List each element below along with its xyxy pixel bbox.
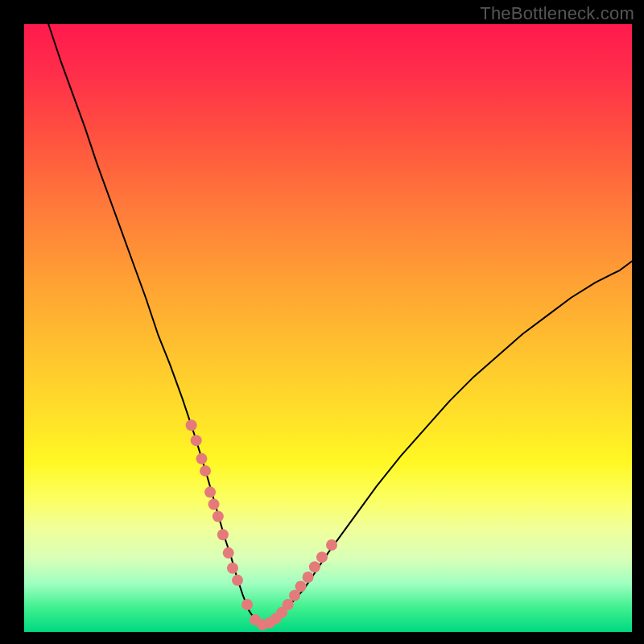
data-point (217, 529, 229, 540)
data-point (232, 575, 243, 586)
data-point (309, 561, 320, 572)
data-point (303, 572, 314, 583)
data-point (186, 419, 197, 431)
data-point (283, 599, 294, 610)
data-point (204, 486, 216, 497)
chart-frame: TheBottleneck.com (0, 0, 644, 644)
watermark-text: TheBottleneck.com (480, 3, 634, 24)
data-point (242, 599, 253, 610)
data-point (213, 511, 224, 522)
dot-series (186, 419, 337, 630)
data-point (227, 563, 238, 574)
data-point (326, 539, 337, 551)
data-point (200, 465, 211, 477)
data-point (316, 551, 328, 563)
data-point (223, 547, 234, 559)
curve-line (48, 24, 632, 625)
data-point (295, 580, 307, 592)
data-point (191, 435, 202, 446)
data-point (196, 453, 207, 464)
chart-svg (24, 24, 632, 632)
plot-area (24, 24, 632, 632)
data-point (208, 498, 220, 510)
